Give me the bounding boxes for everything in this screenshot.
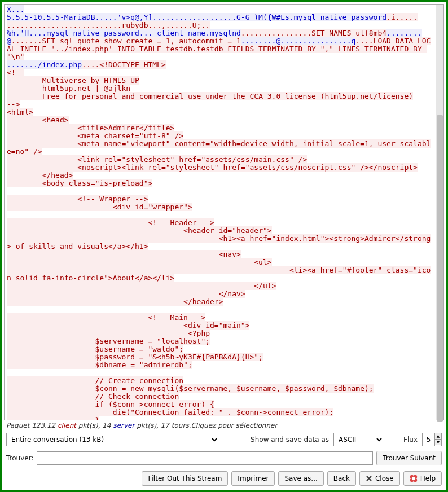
flux-up-icon[interactable]: ▲ xyxy=(435,433,441,440)
close-button[interactable]: Close xyxy=(359,471,400,486)
flux-label: Flux xyxy=(403,436,418,443)
find-next-label: Trouver Suivant xyxy=(383,454,436,462)
summary-mid1: pkt(s), 14 xyxy=(76,421,113,429)
packet-summary-line[interactable]: Paquet 123.12 client pkt(s), 14 server p… xyxy=(2,420,446,430)
find-label: Trouver: xyxy=(6,454,33,462)
client-data-segment: ....<!DOCTYPE HTML> <!-- Multiverse by H… xyxy=(7,60,431,420)
summary-mid2: pkt(s), 17 tours. xyxy=(134,421,191,429)
server-data-segment: ......./index.php xyxy=(7,60,82,69)
show-save-label: Show and save data as xyxy=(251,436,329,443)
save-as-label: Save as... xyxy=(284,475,317,482)
find-input[interactable] xyxy=(37,451,373,465)
help-label: Help xyxy=(420,475,436,482)
find-next-button[interactable]: Trouver Suivant xyxy=(376,451,442,465)
summary-server-word: server xyxy=(113,421,134,429)
server-data-segment: %h.'H....mysql_native_password..._client… xyxy=(7,29,241,37)
close-label: Close xyxy=(375,475,394,482)
help-icon xyxy=(410,475,418,482)
summary-tail: Cliquez pour sélectionner xyxy=(191,421,277,429)
flux-input[interactable] xyxy=(422,433,434,446)
back-label: Back xyxy=(333,475,350,482)
encoding-select[interactable]: ASCII xyxy=(333,433,384,446)
filter-out-stream-button[interactable]: Filter Out This Stream xyxy=(142,471,228,486)
client-data-segment: ................SET NAMES utf8mb4 xyxy=(241,29,386,37)
flux-spinner[interactable]: ▲ ▼ xyxy=(422,433,442,446)
filter-label: Filter Out This Stream xyxy=(148,475,222,482)
conversation-select[interactable]: Entire conversation (13 kB) xyxy=(6,433,219,446)
scroll-thumb[interactable] xyxy=(437,115,443,422)
help-button[interactable]: Help xyxy=(403,471,442,486)
tcp-stream-content[interactable]: X... 5.5.5-10.5.5-MariaDB.....'v>q@,Y]..… xyxy=(4,4,436,420)
close-icon xyxy=(366,475,372,482)
save-as-button[interactable]: Save as... xyxy=(278,471,323,486)
flux-down-icon[interactable]: ▼ xyxy=(435,440,441,445)
svg-point-4 xyxy=(411,477,415,480)
summary-client-word: client xyxy=(58,421,76,429)
server-data-segment: ........@................q xyxy=(241,37,356,45)
print-label: Imprimer xyxy=(238,475,269,482)
server-data-segment: X... 5.5.5-10.5.5-MariaDB.....'v>q@,Y]..… xyxy=(7,5,386,21)
client-data-segment: .......SET sql_quote_show_create = 1, au… xyxy=(11,37,241,45)
summary-prefix: Paquet 123.12 xyxy=(6,421,58,429)
print-button[interactable]: Imprimer xyxy=(231,471,275,486)
content-scrollbar[interactable] xyxy=(436,4,444,420)
back-button[interactable]: Back xyxy=(327,471,356,486)
